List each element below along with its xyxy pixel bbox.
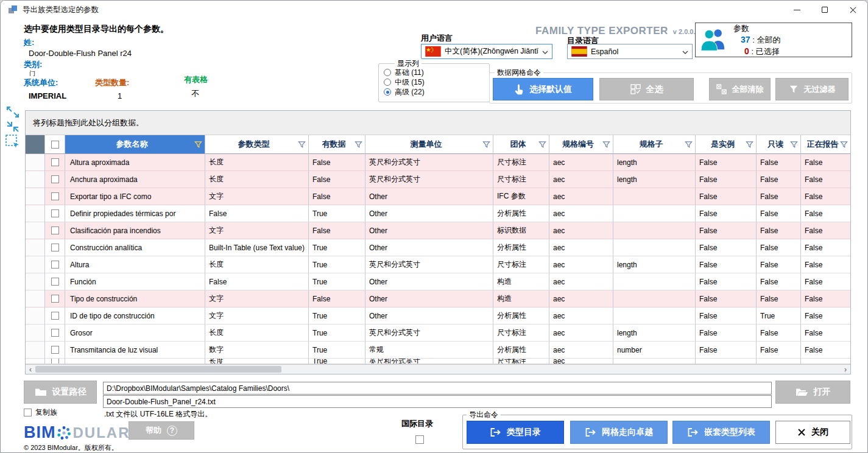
row-checkbox-cell[interactable] <box>45 239 65 256</box>
row-checkbox-cell[interactable] <box>45 307 65 325</box>
scroll-left-arrow[interactable]: ‹ <box>26 365 35 374</box>
column-header[interactable]: 参数类型 <box>205 135 309 154</box>
grid-cell: aec <box>549 359 613 364</box>
row-checkbox[interactable] <box>51 192 59 200</box>
column-header[interactable]: 规格编号 <box>549 135 613 154</box>
column-header[interactable]: 参数名称 <box>65 135 205 154</box>
row-indicator[interactable] <box>26 222 45 239</box>
row-indicator[interactable] <box>26 359 45 364</box>
minimize-button[interactable] <box>783 1 811 19</box>
filter-icon[interactable] <box>194 141 202 149</box>
display-columns-option[interactable]: 高级 (22) <box>384 87 489 97</box>
row-indicator[interactable] <box>26 307 45 325</box>
row-checkbox-cell[interactable] <box>45 273 65 290</box>
filter-icon[interactable] <box>482 141 490 149</box>
row-indicator[interactable] <box>26 256 45 273</box>
row-checkbox[interactable] <box>51 158 59 166</box>
column-header[interactable]: 有数据 <box>309 135 365 154</box>
row-indicator[interactable] <box>26 325 45 342</box>
maximize-button[interactable] <box>811 1 839 19</box>
grid-cell: False <box>309 188 365 205</box>
folder-path-input[interactable] <box>103 382 772 395</box>
logo-bim-text: BIM <box>24 423 56 442</box>
grid-cell: False <box>801 154 851 171</box>
row-checkbox[interactable] <box>51 329 59 337</box>
row-checkbox[interactable] <box>51 175 59 183</box>
row-checkbox-cell[interactable] <box>45 290 65 307</box>
duplicate-family-checkbox[interactable]: 复制族 <box>24 407 57 418</box>
scroll-right-arrow[interactable]: › <box>841 365 850 374</box>
column-header[interactable]: 规格子 <box>613 135 696 154</box>
display-columns-option[interactable]: 中级 (15) <box>384 77 489 87</box>
grid-cell: Other <box>365 307 493 325</box>
row-checkbox-cell[interactable] <box>45 154 65 171</box>
scroll-thumb[interactable] <box>35 366 281 373</box>
clear-all-button[interactable]: 全部清除 <box>709 78 771 100</box>
select-region-icon[interactable] <box>5 134 21 150</box>
filter-icon[interactable] <box>298 141 306 149</box>
filter-icon[interactable] <box>685 141 693 149</box>
row-checkbox-cell[interactable] <box>45 188 65 205</box>
column-header[interactable]: 只读 <box>757 135 801 154</box>
row-checkbox-cell[interactable] <box>45 205 65 222</box>
set-path-button[interactable]: 设置路径 <box>24 381 97 404</box>
row-indicator[interactable] <box>26 154 45 171</box>
row-checkbox[interactable] <box>51 209 59 217</box>
row-indicator[interactable] <box>26 273 45 290</box>
row-checkbox-cell[interactable] <box>45 359 65 364</box>
row-checkbox[interactable] <box>51 359 59 364</box>
row-checkbox-cell[interactable] <box>45 222 65 239</box>
grid-cell: 尺寸标注 <box>493 256 549 273</box>
row-indicator[interactable] <box>26 342 45 359</box>
row-checkbox[interactable] <box>51 261 59 269</box>
row-checkbox-cell[interactable] <box>45 325 65 342</box>
filter-icon[interactable] <box>538 141 546 149</box>
file-name-input[interactable] <box>103 395 772 408</box>
column-header[interactable]: 测量单位 <box>365 135 493 154</box>
group-by-bar[interactable]: 将列标题拖到此处以分组数据。 <box>26 111 850 135</box>
row-checkbox[interactable] <box>51 346 59 354</box>
column-header[interactable]: 团体 <box>493 135 549 154</box>
row-checkbox[interactable] <box>51 312 59 320</box>
international-catalog-checkbox[interactable] <box>415 435 424 444</box>
expand-grid-icon[interactable] <box>5 105 20 119</box>
row-indicator[interactable] <box>26 290 45 307</box>
row-checkbox[interactable] <box>51 226 59 234</box>
collapse-grid-icon[interactable] <box>5 120 20 133</box>
column-header[interactable]: 正在报告 <box>801 135 851 154</box>
close-dialog-button[interactable]: 关闭 <box>775 421 850 444</box>
no-filter-button[interactable]: 无过滤器 <box>775 78 849 100</box>
close-window-button[interactable] <box>839 1 867 19</box>
filter-icon[interactable] <box>840 141 848 149</box>
row-checkbox[interactable] <box>51 295 59 303</box>
user-language-combo[interactable]: 中文(简体)(Zhōngwén Jiǎntǐ) <box>421 44 552 59</box>
column-header[interactable]: 是实例 <box>696 135 757 154</box>
row-indicator[interactable] <box>26 188 45 205</box>
horizontal-scrollbar[interactable]: ‹ › <box>26 364 850 374</box>
select-all-header-cell[interactable] <box>45 135 65 154</box>
filter-icon[interactable] <box>790 141 798 149</box>
grid-cell: ID de tipo de construcción <box>65 307 205 325</box>
export-type-catalog-button[interactable]: 类型目录 <box>467 421 564 444</box>
select-defaults-button[interactable]: 选择默认值 <box>493 78 593 100</box>
row-indicator[interactable] <box>26 171 45 188</box>
display-columns-option[interactable]: 基础 (11) <box>384 68 489 77</box>
filter-icon[interactable] <box>602 141 610 149</box>
row-checkbox-cell[interactable] <box>45 256 65 273</box>
row-checkbox-cell[interactable] <box>45 342 65 359</box>
help-button[interactable]: 帮助 ? <box>129 421 194 440</box>
row-indicator[interactable] <box>26 239 45 256</box>
export-nested-list-button[interactable]: 嵌套类型列表 <box>672 421 770 444</box>
grid-cell: False <box>801 256 851 273</box>
export-grid-excel-button[interactable]: 网格走向卓越 <box>570 421 668 444</box>
header-checkbox[interactable] <box>51 141 59 149</box>
catalog-language-combo[interactable]: Español <box>567 44 693 59</box>
row-checkbox[interactable] <box>51 244 59 251</box>
filter-icon[interactable] <box>355 141 362 149</box>
open-button[interactable]: 打开 <box>775 381 850 404</box>
row-checkbox[interactable] <box>51 278 59 286</box>
row-checkbox-cell[interactable] <box>45 171 65 188</box>
select-all-button[interactable]: 全选 <box>599 78 694 100</box>
filter-icon[interactable] <box>746 141 753 149</box>
row-indicator[interactable] <box>26 205 45 222</box>
